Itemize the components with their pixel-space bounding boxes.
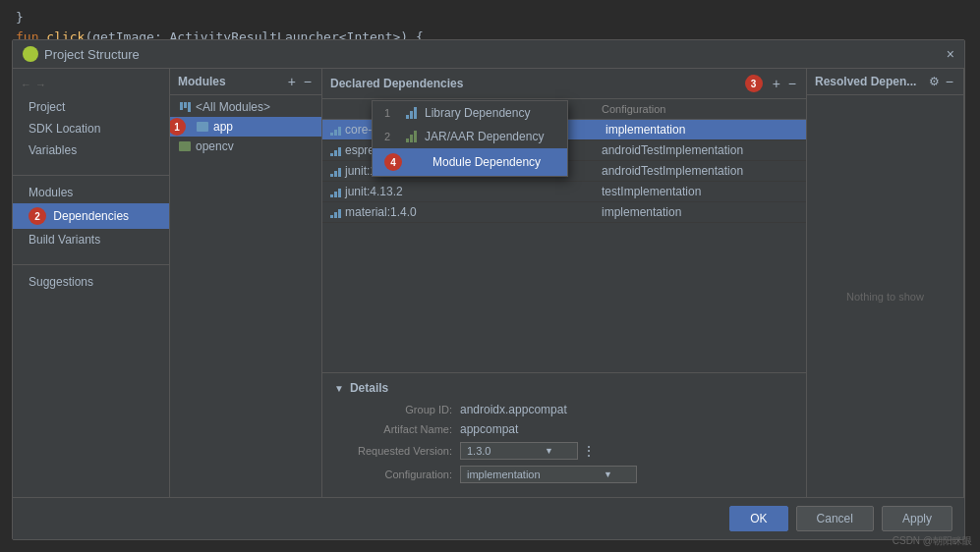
modules-panel-toolbar: + − — [286, 75, 314, 88]
version-dropdown-arrow: ▼ — [545, 446, 553, 456]
sidebar-nav-row: ← → — [13, 77, 169, 92]
details-header[interactable]: ▼ Details — [334, 381, 794, 395]
step-3-badge: 3 — [745, 75, 763, 92]
sidebar-item-variables[interactable]: Variables — [13, 139, 169, 161]
resolved-panel-title: Resolved Depen... — [815, 75, 916, 88]
version-label: Requested Version: — [334, 445, 452, 457]
step-2-badge: 2 — [29, 207, 46, 225]
version-dropdown[interactable]: 1.3.0 ▼ — [460, 442, 578, 460]
cancel-button[interactable]: Cancel — [796, 506, 874, 531]
module-item-all[interactable]: <All Modules> — [170, 97, 321, 117]
details-title: Details — [350, 381, 388, 395]
library-dep-label: Library Dependency — [425, 106, 530, 120]
detail-row-group-id: Group ID: androidx.appcompat — [334, 403, 794, 416]
opencv-module-label: opencv — [196, 139, 234, 153]
artifact-label: Artifact Name: — [334, 423, 452, 435]
version-settings-icon[interactable]: ⋮ — [582, 443, 596, 459]
config-highlight: implementation — [602, 122, 689, 138]
step-1-badge: 1 — [170, 118, 186, 136]
main-content: Modules + − — [170, 69, 964, 497]
sidebar-item-project[interactable]: Project — [13, 96, 169, 118]
dep-icon-core-ktx — [330, 124, 341, 136]
forward-button[interactable]: → — [35, 79, 46, 90]
dep-icon-junit1 — [330, 165, 341, 177]
detail-row-artifact: Artifact Name: appcompat — [334, 422, 794, 436]
dropdown-item-jar-aar[interactable]: 2 JAR/AAR Dependency — [373, 125, 567, 148]
dep-icon-junit4 — [330, 186, 341, 197]
modules-remove-button[interactable]: − — [302, 75, 314, 88]
sidebar-divider — [13, 175, 169, 176]
group-id-label: Group ID: — [334, 404, 452, 415]
dep-row-junit4[interactable]: junit:4.13.2 testImplementation — [322, 182, 806, 202]
back-button[interactable]: ← — [21, 79, 31, 90]
dialog-body: ← → Project SDK Location Variables Modul… — [13, 69, 964, 497]
deps-panel-header: Declared Dependencies 3 + − — [322, 69, 806, 99]
module-dep-label: Module Dependency — [432, 155, 541, 169]
apply-button[interactable]: Apply — [882, 506, 952, 531]
group-id-value: androidx.appcompat — [460, 403, 567, 416]
modules-panel: Modules + − — [170, 69, 322, 497]
modules-panel-title: Modules — [178, 75, 226, 88]
all-modules-label: <All Modules> — [196, 100, 270, 114]
dep-icon-espresso — [330, 144, 341, 156]
sidebar-section-bottom: Modules 2 Dependencies Build Variants — [13, 182, 169, 258]
deps-panel-toolbar: 3 + − — [745, 75, 798, 92]
deps-panel: Declared Dependencies 3 + − 1 — [322, 69, 807, 497]
android-icon — [23, 46, 38, 62]
watermark: CSDN @朝阳眯眼 — [893, 534, 972, 548]
sidebar-item-dependencies[interactable]: 2 Dependencies — [13, 203, 169, 229]
sidebar-item-build-variants[interactable]: Build Variants — [13, 229, 169, 250]
sidebar-item-modules[interactable]: Modules — [13, 182, 169, 203]
sidebar-item-sdk-location[interactable]: SDK Location — [13, 118, 169, 139]
panels-row: Modules + − — [170, 69, 964, 497]
modules-add-button[interactable]: + — [286, 75, 298, 88]
dialog-title-left: Project Structure — [23, 46, 140, 62]
app-module-icon — [196, 120, 209, 134]
detail-row-config: Configuration: implementation ▼ — [334, 466, 794, 483]
resolved-panel: Resolved Depen... ⚙ − Nothing to show — [807, 69, 964, 497]
dep-icon-material — [330, 206, 341, 218]
dep-config-junit4: testImplementation — [602, 185, 798, 198]
jar-dep-label: JAR/AAR Dependency — [425, 130, 544, 143]
dropdown-item-module[interactable]: 4 Module Dependency — [373, 148, 567, 176]
code-line-1: } — [16, 8, 964, 28]
module-dep-icon — [414, 156, 425, 168]
details-arrow: ▼ — [334, 383, 344, 394]
ok-button[interactable]: OK — [729, 506, 787, 531]
app-module-label: app — [213, 120, 233, 134]
sidebar-divider-2 — [13, 264, 169, 265]
jar-dep-icon — [406, 131, 417, 142]
all-modules-icon — [178, 100, 192, 114]
sidebar: ← → Project SDK Location Variables Modul… — [13, 69, 170, 497]
col-header-config: Configuration — [602, 103, 798, 115]
dep-config-material: implementation — [602, 205, 798, 219]
config-dropdown-arrow: ▼ — [604, 469, 612, 479]
close-button[interactable]: × — [947, 47, 954, 61]
config-dropdown[interactable]: implementation ▼ — [460, 466, 637, 483]
project-structure-dialog: Project Structure × ← → Project SDK Loca… — [12, 39, 965, 540]
config-value: implementation — [467, 469, 541, 480]
modules-panel-content: <All Modules> 1 app — [170, 95, 321, 497]
config-label: Configuration: — [334, 469, 452, 480]
modules-panel-header: Modules + − — [170, 69, 321, 95]
sidebar-item-suggestions[interactable]: Suggestions — [13, 271, 169, 293]
resolved-collapse-button[interactable]: − — [944, 75, 955, 88]
sidebar-section-top: Project SDK Location Variables — [13, 96, 169, 169]
deps-panel-title: Declared Dependencies — [330, 77, 463, 90]
deps-remove-button[interactable]: − — [786, 77, 798, 90]
dep-num-2: 2 — [384, 131, 398, 142]
resolved-settings-icon[interactable]: ⚙ — [929, 75, 940, 88]
artifact-value: appcompat — [460, 422, 518, 436]
dep-row-material[interactable]: material:1.4.0 implementation — [322, 202, 806, 223]
version-value: 1.3.0 — [467, 445, 490, 457]
module-item-app[interactable]: 1 app — [170, 117, 321, 137]
version-input-container: 1.3.0 ▼ ⋮ — [460, 442, 596, 460]
dropdown-item-library[interactable]: 1 Library Dependency — [373, 101, 567, 125]
library-dep-icon — [406, 107, 417, 119]
deps-add-button[interactable]: + — [771, 77, 782, 90]
module-item-opencv[interactable]: opencv — [170, 137, 321, 156]
dep-num-1: 1 — [384, 107, 398, 119]
details-section: ▼ Details Group ID: androidx.appcompat A… — [322, 372, 806, 497]
nothing-to-show-text: Nothing to show — [846, 291, 924, 303]
opencv-module-icon — [178, 139, 192, 153]
